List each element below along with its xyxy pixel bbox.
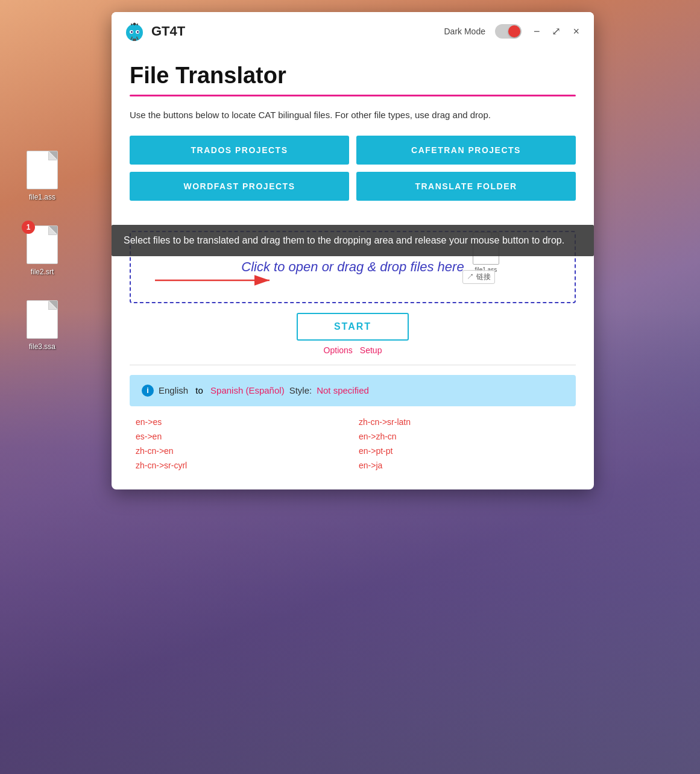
tooltip-overlay: Select files to be translated and drag t… — [112, 225, 594, 256]
desktop-file-3[interactable]: file3.ssa — [18, 300, 66, 351]
title-underline — [130, 95, 576, 96]
file-label-2: file2.srt — [31, 268, 54, 276]
drag-arrow-icon — [149, 265, 282, 295]
desktop-file-1[interactable]: file1.ass — [18, 151, 66, 201]
app-name: GT4T — [151, 24, 185, 39]
to-lang: Spanish (Español) — [210, 385, 285, 395]
desktop-files: file1.ass 1 file2.srt file3.ssa — [18, 151, 66, 351]
title-bar-left: GT4T — [124, 20, 185, 42]
link-badge-text: ↗ 链接 — [467, 272, 490, 282]
trados-button[interactable]: TRADOS PROJECTS — [130, 136, 349, 165]
page-content: File Translator Use the buttons below to… — [112, 51, 594, 489]
dark-mode-toggle[interactable] — [495, 24, 522, 39]
links-row: Options Setup — [324, 345, 382, 355]
window-controls: − ⤢ × — [531, 25, 582, 38]
info-icon: i — [142, 385, 154, 397]
file-label-1: file1.ass — [29, 193, 55, 201]
language-pairs: en->es zh-cn->sr-latn es->en en->zh-cn z… — [130, 416, 576, 471]
file-label-3: file3.ssa — [29, 342, 55, 351]
action-row: START Options Setup — [130, 313, 576, 355]
info-banner: i English to Spanish (Español) Style: No… — [130, 375, 576, 406]
setup-link[interactable]: Setup — [360, 345, 382, 355]
from-lang: English — [159, 385, 188, 395]
maximize-button[interactable]: ⤢ — [549, 25, 563, 38]
lang-pair-2: es->en — [136, 430, 347, 442]
lang-pair-6: en->zh-cn — [359, 430, 570, 442]
page-title: File Translator — [130, 63, 576, 89]
lang-pair-1: en->es — [136, 416, 347, 428]
description: Use the buttons below to locate CAT bili… — [130, 109, 576, 122]
lang-pair-8: en->ja — [359, 459, 570, 471]
start-button[interactable]: START — [297, 313, 409, 341]
title-bar-right: Dark Mode − ⤢ × — [444, 24, 582, 39]
app-logo-icon — [124, 20, 145, 42]
dark-mode-label: Dark Mode — [444, 27, 485, 36]
tooltip-text: Select files to be translated and drag t… — [124, 235, 564, 245]
button-grid: TRADOS PROJECTS CAFETRAN PROJECTS WORDFA… — [130, 136, 576, 201]
cafetran-button[interactable]: CAFETRAN PROJECTS — [356, 136, 576, 165]
toggle-knob — [508, 25, 520, 37]
desktop-background: file1.ass 1 file2.srt file3.ssa — [0, 0, 700, 774]
svg-point-0 — [126, 24, 143, 41]
minimize-button[interactable]: − — [531, 25, 543, 38]
lang-pair-5: zh-cn->sr-latn — [359, 416, 570, 428]
app-window: GT4T Dark Mode − ⤢ × File Translator Use… — [112, 12, 594, 489]
lang-pair-3: zh-cn->en — [136, 445, 347, 457]
style-label: Style: — [289, 385, 312, 395]
to-connector: to — [193, 385, 206, 395]
divider — [130, 365, 576, 365]
translate-folder-button[interactable]: TRANSLATE FOLDER — [356, 172, 576, 201]
title-bar: GT4T Dark Mode − ⤢ × — [112, 12, 594, 51]
file-icon-1 — [27, 151, 58, 189]
lang-pair-4: zh-cn->sr-cyrl — [136, 459, 347, 471]
svg-rect-10 — [133, 39, 136, 41]
lang-pair-7: en->pt-pt — [359, 445, 570, 457]
file-badge: 1 — [22, 221, 35, 234]
svg-point-4 — [137, 31, 139, 33]
desktop-file-2[interactable]: 1 file2.srt — [18, 225, 66, 276]
drop-zone-wrapper: Select files to be translated and drag t… — [130, 231, 576, 303]
file-icon-3 — [27, 300, 58, 339]
style-value: Not specified — [317, 385, 369, 395]
close-button[interactable]: × — [570, 25, 582, 38]
link-badge: ↗ 链接 — [462, 270, 494, 284]
wordfast-button[interactable]: WORDFAST PROJECTS — [130, 172, 349, 201]
options-link[interactable]: Options — [324, 345, 353, 355]
svg-point-3 — [131, 31, 133, 33]
